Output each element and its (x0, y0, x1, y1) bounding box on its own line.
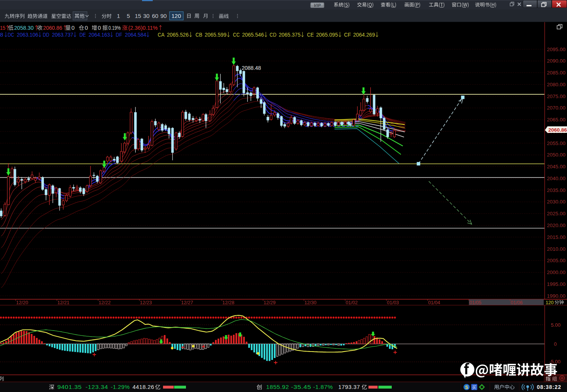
svg-text:2035.00: 2035.00 (547, 187, 565, 193)
svg-text:01/04: 01/04 (428, 300, 440, 305)
svg-text:CF: CF (344, 31, 351, 38)
svg-text:2065.526: 2065.526 (167, 31, 189, 38)
svg-text:CC: CC (233, 31, 240, 38)
svg-text:2088.48: 2088.48 (242, 65, 261, 71)
svg-text:9401.35: 9401.35 (57, 384, 82, 390)
svg-text:120: 120 (546, 300, 554, 305)
svg-text:5.00: 5.00 (551, 322, 561, 328)
svg-text:12/20: 12/20 (16, 300, 28, 305)
svg-text:120: 120 (171, 13, 181, 19)
svg-text:2055.00: 2055.00 (547, 140, 565, 146)
svg-text:12/22: 12/22 (99, 300, 110, 305)
svg-text:2064.584: 2064.584 (125, 31, 146, 38)
svg-text:1990.00: 1990.00 (547, 293, 565, 299)
svg-text:15: 15 (135, 13, 141, 19)
svg-text:2000.00: 2000.00 (547, 269, 565, 275)
svg-text:12/30: 12/30 (304, 300, 316, 305)
svg-text:2030.00: 2030.00 (547, 199, 565, 205)
svg-text:0: 0 (85, 24, 88, 31)
svg-text:2058.30: 2058.30 (14, 24, 34, 31)
svg-text:1: 1 (117, 13, 120, 19)
svg-text:01/06: 01/06 (510, 300, 522, 305)
svg-text:2095.00: 2095.00 (547, 47, 565, 52)
svg-text:2025.00: 2025.00 (547, 211, 565, 216)
svg-text:2064.269: 2064.269 (353, 31, 375, 38)
svg-text:2005.00: 2005.00 (547, 258, 565, 263)
svg-text:08:38:22: 08:38:22 (537, 384, 561, 390)
svg-text:S: S (465, 385, 468, 390)
svg-text:5: 5 (127, 13, 130, 19)
svg-text:01/03: 01/03 (387, 300, 399, 305)
svg-text:2065.095: 2065.095 (316, 31, 338, 38)
svg-text:15: 15 (0, 24, 5, 31)
svg-text:4418.26: 4418.26 (132, 384, 154, 390)
svg-text:2060.86: 2060.86 (548, 127, 567, 133)
svg-text:30: 30 (143, 13, 150, 19)
svg-text:2065.00: 2065.00 (547, 117, 565, 123)
svg-text:DE: DE (79, 31, 86, 38)
svg-text:0.19%: 0.19% (108, 24, 121, 31)
svg-text:2050.00: 2050.00 (547, 152, 565, 158)
svg-text:CD: CD (270, 31, 276, 38)
svg-text:2085.00: 2085.00 (547, 70, 565, 76)
svg-text:2090.00: 2090.00 (547, 58, 565, 64)
svg-text:-1.87%: -1.87% (313, 384, 333, 390)
svg-text:1995.00: 1995.00 (547, 281, 565, 287)
svg-text:2080.00: 2080.00 (547, 82, 565, 87)
svg-text:2040.00: 2040.00 (547, 176, 565, 181)
svg-text:0: 0 (554, 341, 557, 347)
svg-text:2063.106: 2063.106 (17, 31, 38, 38)
svg-text:2065.546: 2065.546 (242, 31, 264, 38)
svg-text:8: 8 (0, 31, 3, 38)
svg-text:-35.45: -35.45 (291, 384, 311, 390)
svg-text:60: 60 (152, 13, 158, 19)
svg-text:1855.92: 1855.92 (266, 384, 289, 390)
svg-text:2060.86: 2060.86 (43, 24, 62, 31)
svg-text:01/02: 01/02 (346, 300, 357, 305)
svg-text:-1.29%: -1.29% (111, 384, 130, 390)
svg-text:12/29: 12/29 (263, 300, 275, 305)
svg-text:2020.00: 2020.00 (547, 223, 565, 228)
svg-text:2065.599: 2065.599 (205, 31, 226, 38)
svg-text:CA: CA (158, 31, 165, 38)
svg-text:2065.375: 2065.375 (279, 31, 300, 38)
svg-text:2064.163: 2064.163 (89, 31, 110, 38)
svg-text:2015.00: 2015.00 (547, 234, 565, 240)
svg-text:CE: CE (307, 31, 314, 38)
svg-text:12/21: 12/21 (57, 300, 69, 305)
svg-text:-123.34: -123.34 (86, 384, 108, 390)
svg-text:12/28: 12/28 (222, 300, 234, 305)
svg-text:0: 0 (71, 24, 74, 31)
svg-text:12/27: 12/27 (181, 300, 193, 305)
svg-text:(2.36)0.11%: (2.36)0.11% (128, 24, 158, 31)
svg-text:CB: CB (195, 31, 202, 38)
svg-text:DC: DC (8, 31, 14, 38)
svg-text:01/05: 01/05 (469, 300, 481, 305)
svg-text:12/23: 12/23 (140, 300, 152, 305)
svg-text:DF: DF (116, 31, 122, 38)
svg-text:2010.00: 2010.00 (547, 246, 565, 252)
svg-text:2070.00: 2070.00 (547, 105, 565, 111)
svg-text:DD: DD (43, 31, 49, 38)
svg-text:2063.737: 2063.737 (52, 31, 73, 38)
svg-text:2045.00: 2045.00 (547, 164, 565, 169)
svg-text:VIP: VIP (314, 3, 321, 8)
svg-text:0: 0 (98, 24, 101, 31)
svg-text:1793.37: 1793.37 (338, 384, 360, 390)
svg-text:2075.00: 2075.00 (547, 94, 565, 99)
svg-text:90: 90 (160, 13, 167, 19)
